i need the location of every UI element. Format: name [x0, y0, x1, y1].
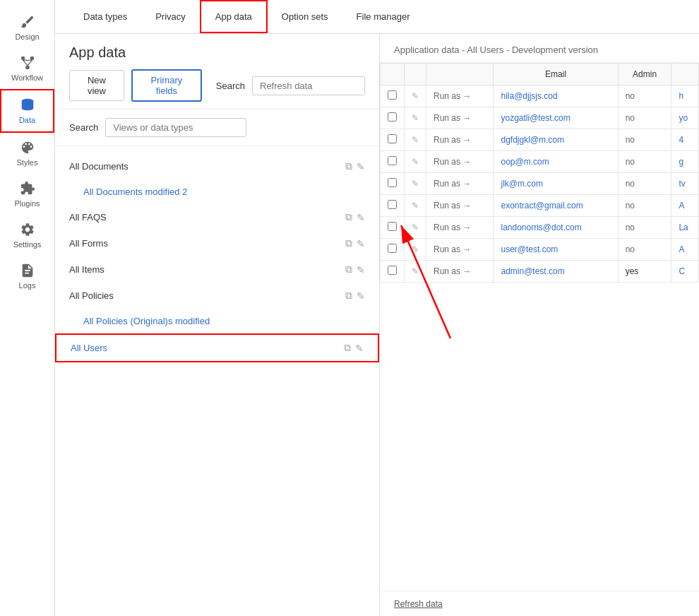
sidebar-plugins-label: Plugins — [14, 199, 40, 208]
tab-privacy[interactable]: Privacy — [141, 1, 200, 32]
primary-fields-button[interactable]: Primary fields — [131, 69, 202, 102]
tab-app-data[interactable]: App data — [200, 0, 268, 33]
edit-icon[interactable]: ✎ — [355, 343, 364, 354]
sidebar-item-logs[interactable]: Logs — [0, 256, 54, 297]
row-edit-icon[interactable]: ✎ — [405, 195, 426, 217]
row-extra: A — [671, 239, 699, 261]
users-table: Email Admin ✎ Run as → hila@djjsjs.cod n… — [380, 63, 699, 283]
view-item-all-faqs[interactable]: All FAQS ⧉ ✎ — [55, 204, 379, 230]
row-checkbox[interactable] — [381, 151, 405, 173]
right-panel: Application data - All Users - Developme… — [380, 34, 699, 616]
row-checkbox[interactable] — [381, 239, 405, 261]
view-item-all-documents-modified-2[interactable]: All Documents modified 2 — [55, 179, 379, 204]
view-item-all-items[interactable]: All Items ⧉ ✎ — [55, 256, 379, 283]
view-item-all-forms[interactable]: All Forms ⧉ ✎ — [55, 230, 379, 256]
sidebar-item-design[interactable]: Design — [0, 7, 54, 48]
views-search-input[interactable] — [105, 118, 246, 137]
copy-icon[interactable]: ⧉ — [345, 263, 352, 276]
view-item-all-policies-modified[interactable]: All Policies (Original)s modified — [55, 309, 379, 333]
search-entries-input[interactable] — [252, 76, 365, 95]
edit-icon[interactable]: ✎ — [357, 264, 365, 276]
col-edit — [405, 64, 426, 85]
row-checkbox[interactable] — [381, 217, 405, 239]
tab-data-types[interactable]: Data types — [69, 1, 141, 32]
row-email: dgfdjgkl@m.com — [494, 129, 618, 151]
row-extra: La — [671, 217, 699, 239]
row-runas[interactable]: Run as → — [426, 195, 494, 217]
view-item-actions: ⧉ ✎ — [344, 342, 364, 354]
edit-icon[interactable]: ✎ — [357, 212, 365, 223]
edit-icon[interactable]: ✎ — [357, 161, 365, 172]
row-admin: yes — [618, 261, 671, 283]
table-row: ✎ Run as → landonorris@dot.com no La — [381, 217, 699, 239]
row-runas[interactable]: Run as → — [426, 173, 494, 195]
row-checkbox[interactable] — [381, 85, 405, 107]
view-item-all-users[interactable]: All Users ⧉ ✎ — [55, 333, 379, 362]
right-panel-title: Application data - All Users - Developme… — [394, 45, 598, 55]
col-extra — [671, 64, 699, 85]
col-admin: Admin — [618, 64, 671, 85]
row-email: hila@djjsjs.cod — [494, 85, 618, 107]
view-item-label: All Policies — [69, 290, 114, 301]
new-view-button[interactable]: New view — [69, 70, 124, 101]
view-item-actions: ⧉ ✎ — [345, 211, 365, 223]
row-edit-icon[interactable]: ✎ — [405, 261, 426, 283]
row-edit-icon[interactable]: ✎ — [405, 107, 426, 129]
refresh-data-link[interactable]: Refresh data — [394, 599, 443, 609]
sidebar-item-settings[interactable]: Settings — [0, 215, 54, 256]
copy-icon[interactable]: ⧉ — [345, 237, 352, 249]
sidebar-item-data[interactable]: Data — [0, 89, 54, 133]
row-edit-icon[interactable]: ✎ — [405, 151, 426, 173]
view-item-label: All Documents — [69, 161, 129, 172]
tab-option-sets[interactable]: Option sets — [268, 1, 342, 32]
sidebar-item-styles[interactable]: Styles — [0, 133, 54, 174]
view-item-all-documents[interactable]: All Documents ⧉ ✎ — [55, 153, 379, 179]
row-runas[interactable]: Run as → — [426, 239, 494, 261]
views-search-label: Search — [69, 122, 98, 133]
row-runas[interactable]: Run as → — [426, 261, 494, 283]
row-checkbox[interactable] — [381, 261, 405, 283]
copy-icon[interactable]: ⧉ — [344, 342, 351, 354]
copy-icon[interactable]: ⧉ — [345, 290, 352, 302]
view-item-label: All Users — [71, 343, 107, 353]
row-edit-icon[interactable]: ✎ — [405, 173, 426, 195]
row-checkbox[interactable] — [381, 195, 405, 217]
row-email: landonorris@dot.com — [494, 217, 618, 239]
right-panel-header: Application data - All Users - Developme… — [380, 34, 699, 63]
row-edit-icon[interactable]: ✎ — [405, 239, 426, 261]
copy-icon[interactable]: ⧉ — [345, 160, 352, 172]
copy-icon[interactable]: ⧉ — [345, 211, 352, 223]
edit-icon[interactable]: ✎ — [357, 238, 365, 249]
row-admin: no — [618, 217, 671, 239]
styles-icon — [20, 140, 35, 155]
row-checkbox[interactable] — [381, 129, 405, 151]
sidebar-item-plugins[interactable]: Plugins — [0, 174, 54, 215]
settings-icon — [20, 222, 35, 237]
row-runas[interactable]: Run as → — [426, 151, 494, 173]
views-list: All Documents ⧉ ✎ All Documents modified… — [55, 146, 379, 616]
left-panel: App data New view Primary fields Search … — [55, 34, 380, 616]
row-edit-icon[interactable]: ✎ — [405, 217, 426, 239]
row-runas[interactable]: Run as → — [426, 217, 494, 239]
main-content: Data types Privacy App data Option sets … — [55, 0, 699, 616]
view-item-all-policies[interactable]: All Policies ⧉ ✎ — [55, 283, 379, 309]
sidebar-item-workflow[interactable]: Workflow — [0, 48, 54, 89]
row-admin: no — [618, 173, 671, 195]
sidebar-design-label: Design — [15, 32, 39, 41]
col-runas — [426, 64, 494, 85]
tab-file-manager[interactable]: File manager — [342, 1, 424, 32]
row-email: oop@m.com — [494, 151, 618, 173]
row-checkbox[interactable] — [381, 107, 405, 129]
table-row: ✎ Run as → dgfdjgkl@m.com no 4 — [381, 129, 699, 151]
view-item-label: All Documents modified 2 — [83, 186, 187, 197]
row-checkbox[interactable] — [381, 173, 405, 195]
search-label: Search — [216, 81, 245, 91]
row-runas[interactable]: Run as → — [426, 129, 494, 151]
row-edit-icon[interactable]: ✎ — [405, 129, 426, 151]
row-edit-icon[interactable]: ✎ — [405, 85, 426, 107]
row-email: admin@test.com — [494, 261, 618, 283]
row-runas[interactable]: Run as → — [426, 107, 494, 129]
edit-icon[interactable]: ✎ — [357, 290, 365, 302]
plugins-icon — [20, 181, 35, 196]
row-runas[interactable]: Run as → — [426, 85, 494, 107]
